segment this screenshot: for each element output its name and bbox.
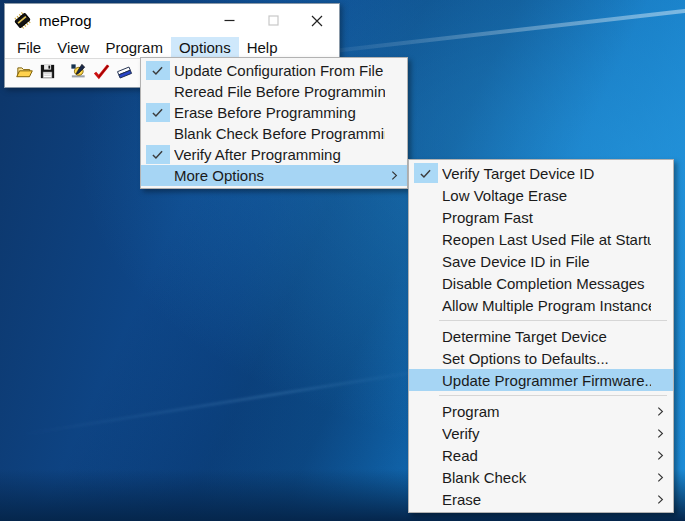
window-title: meProg (39, 12, 207, 29)
save-icon (38, 62, 57, 84)
menu-bar: FileViewProgramOptionsHelp (5, 37, 339, 58)
menu-item-label: Update Configuration From File (174, 62, 385, 79)
menu-item-label: Program Fast (442, 209, 651, 226)
menu-item-label: Reopen Last Used File at Startup (442, 231, 651, 248)
menu-gutter (141, 123, 174, 144)
close-button[interactable] (295, 4, 339, 37)
verify-device-button[interactable] (90, 61, 112, 85)
menu-item-label: Update Programmer Firmware... (442, 372, 651, 389)
menu-item-update-configuration-from-file[interactable]: Update Configuration From File (141, 60, 407, 81)
menu-item-save-device-id-in-file[interactable]: Save Device ID in File (409, 250, 673, 272)
menu-gutter (409, 272, 442, 294)
menu-item-label: More Options (174, 167, 385, 184)
menu-item-label: Program (442, 403, 651, 420)
menu-item-erase-before-programming[interactable]: Erase Before Programming (141, 102, 407, 123)
menu-separator (439, 320, 667, 321)
minimize-button[interactable] (207, 4, 251, 37)
menubar-item-options[interactable]: Options (171, 37, 239, 58)
menu-item-reread-file-before-programming[interactable]: Reread File Before Programming (141, 81, 407, 102)
wallpaper-light-beam (22, 367, 437, 436)
menu-gutter (141, 81, 174, 102)
maximize-button[interactable] (251, 4, 295, 37)
menu-item-label: Save Device ID in File (442, 253, 651, 270)
menu-separator (439, 395, 667, 396)
menu-gutter (409, 400, 442, 422)
menu-gutter (409, 228, 442, 250)
submenu-arrow-icon (651, 450, 673, 461)
menu-gutter (409, 250, 442, 272)
checkmark-icon (146, 103, 170, 122)
title-bar[interactable]: meProg (5, 4, 339, 37)
menu-item-label: Reread File Before Programming (174, 83, 385, 100)
menu-item-low-voltage-erase[interactable]: Low Voltage Erase (409, 184, 673, 206)
checkmark-box (141, 144, 174, 165)
menu-item-label: Erase Before Programming (174, 104, 385, 121)
menu-item-update-programmer-firmware[interactable]: Update Programmer Firmware... (409, 369, 673, 391)
checkmark-box (409, 162, 442, 184)
menu-item-verify-target-device-id[interactable]: Verify Target Device ID (409, 162, 673, 184)
menu-item-verify-after-programming[interactable]: Verify After Programming (141, 144, 407, 165)
menu-item-label: Set Options to Defaults... (442, 350, 651, 367)
menu-item-set-options-to-defaults[interactable]: Set Options to Defaults... (409, 347, 673, 369)
menu-item-label: Read (442, 447, 651, 464)
submenu-arrow-icon (385, 170, 407, 181)
erase-device-button[interactable] (113, 61, 135, 85)
menu-item-label: Low Voltage Erase (442, 187, 651, 204)
menu-gutter (409, 294, 442, 316)
submenu-arrow-icon (651, 494, 673, 505)
eraser-icon (115, 62, 134, 84)
menu-item-blank-check-before-programming[interactable]: Blank Check Before Programming (141, 123, 407, 144)
menu-item-program[interactable]: Program (409, 400, 673, 422)
submenu-arrow-icon (651, 406, 673, 417)
menubar-item-file[interactable]: File (9, 37, 49, 58)
wallpaper-light-beam (291, 6, 685, 58)
menu-item-label: Blank Check (442, 469, 651, 486)
checkmark-icon (146, 61, 170, 80)
menu-item-disable-completion-messages[interactable]: Disable Completion Messages (409, 272, 673, 294)
menu-gutter (141, 165, 174, 186)
menu-item-label: Blank Check Before Programming (174, 125, 385, 142)
menu-item-reopen-last-used-file-at-startup[interactable]: Reopen Last Used File at Startup (409, 228, 673, 250)
menu-item-read[interactable]: Read (409, 444, 673, 466)
menu-gutter (409, 184, 442, 206)
menu-item-erase[interactable]: Erase (409, 488, 673, 510)
menu-item-allow-multiple-program-instances[interactable]: Allow Multiple Program Instances (409, 294, 673, 316)
more-options-submenu: Verify Target Device IDLow Voltage Erase… (408, 159, 674, 513)
menu-item-label: Erase (442, 491, 651, 508)
checkmark-box (141, 102, 174, 123)
verify-check-icon (92, 62, 111, 84)
submenu-arrow-icon (651, 428, 673, 439)
menu-item-label: Disable Completion Messages (442, 275, 651, 292)
menubar-item-view[interactable]: View (49, 37, 97, 58)
menu-gutter (409, 488, 442, 510)
menu-gutter (409, 347, 442, 369)
minimize-icon (224, 15, 235, 26)
window-controls (207, 4, 339, 37)
menu-item-more-options[interactable]: More Options (141, 165, 407, 186)
menubar-item-program[interactable]: Program (97, 37, 171, 58)
checkmark-box (141, 60, 174, 81)
menu-gutter (409, 206, 442, 228)
checkmark-icon (414, 163, 438, 183)
menu-item-label: Determine Target Device (442, 328, 651, 345)
menu-gutter (409, 325, 442, 347)
menu-item-program-fast[interactable]: Program Fast (409, 206, 673, 228)
checkmark-icon (146, 145, 170, 164)
menu-item-blank-check[interactable]: Blank Check (409, 466, 673, 488)
menu-item-label: Verify (442, 425, 651, 442)
menubar-item-help[interactable]: Help (239, 37, 286, 58)
folder-open-icon (15, 62, 34, 84)
menu-item-determine-target-device[interactable]: Determine Target Device (409, 325, 673, 347)
save-file-button[interactable] (36, 61, 58, 85)
open-file-button[interactable] (13, 61, 35, 85)
menu-gutter (409, 422, 442, 444)
write-icon (69, 62, 88, 84)
menu-item-verify[interactable]: Verify (409, 422, 673, 444)
maximize-icon (268, 15, 279, 26)
menu-item-label: Verify Target Device ID (442, 165, 651, 182)
program-device-button[interactable] (67, 61, 89, 85)
menu-item-label: Allow Multiple Program Instances (442, 297, 651, 314)
options-dropdown-menu: Update Configuration From FileReread Fil… (140, 57, 408, 189)
chip-app-icon (14, 12, 31, 29)
menu-gutter (409, 369, 442, 391)
